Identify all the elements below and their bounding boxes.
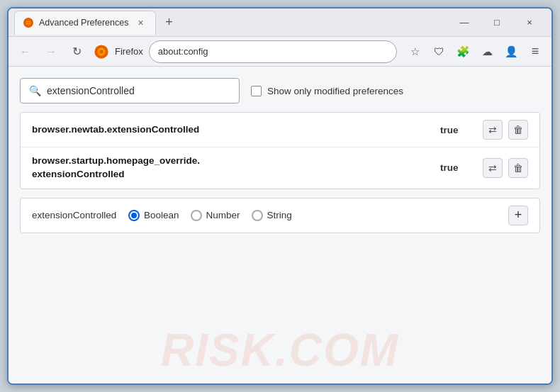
tab-label: Advanced Preferences: [39, 18, 128, 28]
tab-favicon: [23, 18, 33, 28]
pref-value-1: true: [440, 125, 469, 135]
radio-boolean-outer: [128, 210, 140, 221]
firefox-logo: [94, 44, 109, 60]
row-actions-1: ⇄ 🗑: [483, 120, 528, 140]
svg-point-2: [28, 22, 30, 24]
delete-button-2[interactable]: 🗑: [508, 158, 528, 178]
tab-close-button[interactable]: ×: [134, 16, 147, 29]
browser-name-label: Firefox: [115, 46, 143, 57]
page-content: RISK.COM 🔍 extensionControlled Show only…: [9, 67, 551, 383]
close-window-button[interactable]: ×: [513, 11, 546, 34]
nav-bar: ← → ↻ Firefox about:config ☆ 🛡 🧩 ☁ 👤 ≡: [9, 37, 551, 67]
refresh-button[interactable]: ↻: [65, 40, 88, 63]
add-pref-name: extensionControlled: [32, 210, 117, 220]
watermark: RISK.COM: [161, 324, 399, 376]
search-area: 🔍 extensionControlled Show only modified…: [20, 78, 540, 103]
radio-string-outer: [252, 210, 263, 221]
delete-button-1[interactable]: 🗑: [508, 120, 528, 140]
radio-boolean-inner: [131, 213, 137, 218]
forward-button[interactable]: →: [40, 40, 62, 63]
minimize-button[interactable]: —: [448, 11, 481, 34]
table-row: browser.newtab.extensionControlled true …: [21, 113, 539, 147]
pref-name-2: browser.startup.homepage_override.extens…: [32, 155, 440, 181]
svg-point-5: [99, 50, 103, 54]
table-row: browser.startup.homepage_override.extens…: [21, 147, 539, 189]
address-text: about:config: [158, 46, 388, 57]
browser-tab[interactable]: Advanced Preferences ×: [14, 11, 156, 35]
radio-string[interactable]: String: [252, 210, 292, 221]
swap-button-1[interactable]: ⇄: [483, 120, 503, 140]
extension-icon[interactable]: 🧩: [452, 41, 474, 62]
radio-number-label: Number: [206, 210, 240, 220]
results-table: browser.newtab.extensionControlled true …: [20, 112, 540, 189]
window-controls: — □ ×: [448, 11, 546, 34]
sync-icon[interactable]: ☁: [476, 41, 498, 62]
browser-window: Advanced Preferences × + — □ × ← → ↻ Fir…: [7, 7, 553, 385]
account-icon[interactable]: 👤: [500, 41, 522, 62]
radio-boolean-label: Boolean: [144, 210, 179, 220]
search-box[interactable]: 🔍 extensionControlled: [20, 78, 240, 103]
show-modified-label: Show only modified preferences: [267, 86, 403, 96]
swap-button-2[interactable]: ⇄: [483, 158, 503, 178]
pref-name-1: browser.newtab.extensionControlled: [32, 123, 440, 137]
maximize-button[interactable]: □: [481, 11, 513, 34]
new-tab-button[interactable]: +: [159, 13, 179, 33]
search-icon: 🔍: [29, 85, 41, 96]
radio-group: Boolean Number String: [128, 210, 497, 221]
row-actions-2: ⇄ 🗑: [483, 158, 528, 178]
radio-string-label: String: [267, 210, 292, 220]
radio-boolean[interactable]: Boolean: [128, 210, 179, 221]
pref-value-2: true: [440, 162, 469, 173]
nav-icons: ☆ 🛡 🧩 ☁ 👤 ≡: [404, 41, 546, 62]
search-input-value: extensionControlled: [47, 85, 230, 96]
radio-number[interactable]: Number: [191, 210, 240, 221]
back-button[interactable]: ←: [14, 40, 37, 63]
address-bar[interactable]: about:config: [149, 40, 397, 63]
bookmark-icon[interactable]: ☆: [404, 41, 425, 62]
title-bar: Advanced Preferences × + — □ ×: [9, 9, 551, 37]
radio-number-outer: [191, 210, 202, 221]
show-modified-checkbox[interactable]: [251, 86, 262, 96]
add-preference-button[interactable]: +: [508, 206, 528, 225]
add-pref-area: extensionControlled Boolean Number: [20, 198, 540, 233]
menu-button[interactable]: ≡: [525, 41, 546, 62]
shield-icon[interactable]: 🛡: [428, 41, 449, 62]
show-modified-checkbox-area[interactable]: Show only modified preferences: [251, 86, 403, 96]
